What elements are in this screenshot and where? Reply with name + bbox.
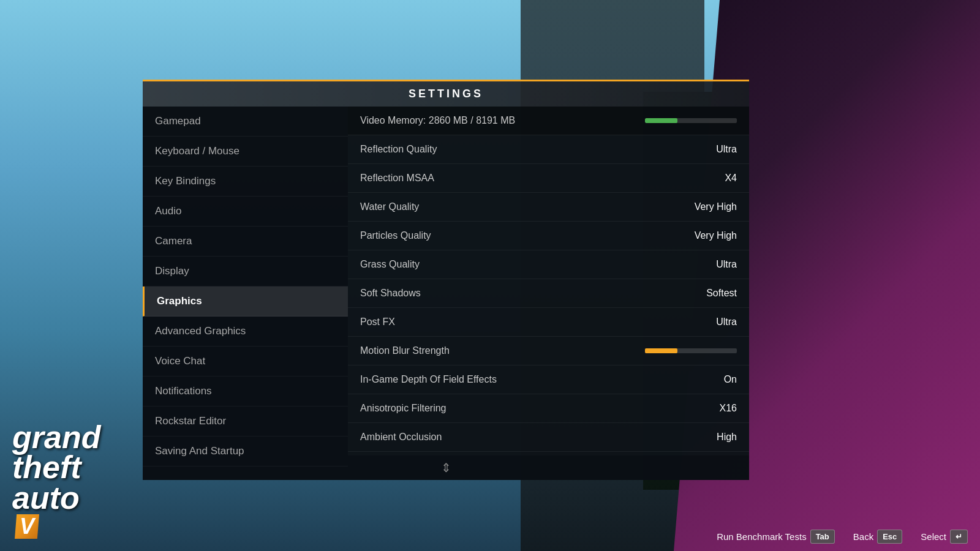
setting-row-soft-shadows[interactable]: Soft ShadowsSoftest [348,279,749,308]
setting-name: Post FX [360,317,395,328]
setting-row-in-game-depth-of-field-effects[interactable]: In-Game Depth Of Field EffectsOn [348,365,749,394]
memory-bar-fill [645,118,677,123]
memory-bar [645,118,737,123]
settings-body: GamepadKeyboard / MouseKey BindingsAudio… [143,107,749,455]
nav-item-display[interactable]: Display [143,257,348,287]
action-label: Run Benchmark Tests [717,531,806,542]
slider-fill [645,348,677,353]
setting-name: In-Game Depth Of Field Effects [360,374,497,385]
bottom-bar: Run Benchmark TestsTabBackEscSelect↵ [0,522,980,551]
bottom-action-run-benchmark-tests[interactable]: Run Benchmark TestsTab [717,530,835,544]
settings-rows: Reflection QualityUltraReflection MSAAX4… [348,135,749,455]
nav-item-saving-and-startup[interactable]: Saving And Startup [143,437,348,467]
settings-panel: SETTINGS GamepadKeyboard / MouseKey Bind… [143,80,749,480]
setting-value: X16 [720,403,737,414]
setting-row-tessellation[interactable]: TessellationVery High [348,452,749,455]
memory-row: Video Memory: 2860 MB / 8191 MB [348,107,749,135]
nav-item-gamepad[interactable]: Gamepad [143,107,348,137]
setting-name: Soft Shadows [360,288,421,299]
setting-value: Softest [706,288,737,299]
setting-row-post-fx[interactable]: Post FXUltra [348,308,749,337]
bottom-action-back[interactable]: BackEsc [853,530,903,544]
nav-item-audio[interactable]: Audio [143,197,348,227]
setting-name: Reflection MSAA [360,173,434,184]
setting-row-motion-blur-strength[interactable]: Motion Blur Strength [348,337,749,365]
memory-label: Video Memory: 2860 MB / 8191 MB [360,115,515,126]
setting-name: Water Quality [360,201,419,212]
nav-item-rockstar-editor[interactable]: Rockstar Editor [143,407,348,437]
gta-logo: grandtheftauto V [12,422,100,539]
nav-item-key-bindings[interactable]: Key Bindings [143,167,348,197]
setting-value: Ultra [716,259,737,270]
setting-value: Very High [695,230,737,241]
setting-row-reflection-quality[interactable]: Reflection QualityUltra [348,135,749,164]
setting-name: Ambient Occlusion [360,432,442,443]
setting-name: Reflection Quality [360,144,437,155]
setting-row-anisotropic-filtering[interactable]: Anisotropic FilteringX16 [348,394,749,423]
nav-item-advanced-graphics[interactable]: Advanced Graphics [143,317,348,347]
action-label: Select [921,531,946,542]
nav-item-voice-chat[interactable]: Voice Chat [143,347,348,377]
slider-bar[interactable] [645,348,737,353]
settings-title: SETTINGS [409,88,483,100]
key-badge: Esc [877,530,902,544]
logo-line1: grandtheftauto [12,422,100,513]
setting-value: Ultra [716,144,737,155]
setting-name: Motion Blur Strength [360,345,450,356]
setting-value: High [717,432,737,443]
setting-row-grass-quality[interactable]: Grass QualityUltra [348,250,749,279]
key-badge: ↵ [950,530,968,544]
nav-item-keyboard-mouse[interactable]: Keyboard / Mouse [143,137,348,167]
scroll-arrow-icon: ⇕ [441,460,451,475]
content-panel[interactable]: Video Memory: 2860 MB / 8191 MB Reflecti… [348,107,749,455]
nav-item-camera[interactable]: Camera [143,227,348,257]
setting-name: Anisotropic Filtering [360,403,447,414]
nav-item-notifications[interactable]: Notifications [143,377,348,407]
setting-value: X4 [725,173,737,184]
nav-panel: GamepadKeyboard / MouseKey BindingsAudio… [143,107,348,455]
setting-value: Very High [695,201,737,212]
setting-value: On [724,374,737,385]
setting-row-ambient-occlusion[interactable]: Ambient OcclusionHigh [348,423,749,452]
setting-name: Particles Quality [360,230,431,241]
settings-header: SETTINGS [143,80,749,107]
bottom-action-select[interactable]: Select↵ [921,530,968,544]
key-badge: Tab [810,530,835,544]
setting-row-particles-quality[interactable]: Particles QualityVery High [348,222,749,250]
action-label: Back [853,531,873,542]
nav-item-graphics[interactable]: Graphics [143,287,348,317]
setting-value: Ultra [716,317,737,328]
setting-row-reflection-msaa[interactable]: Reflection MSAAX4 [348,164,749,193]
setting-name: Grass Quality [360,259,420,270]
setting-row-water-quality[interactable]: Water QualityVery High [348,193,749,222]
